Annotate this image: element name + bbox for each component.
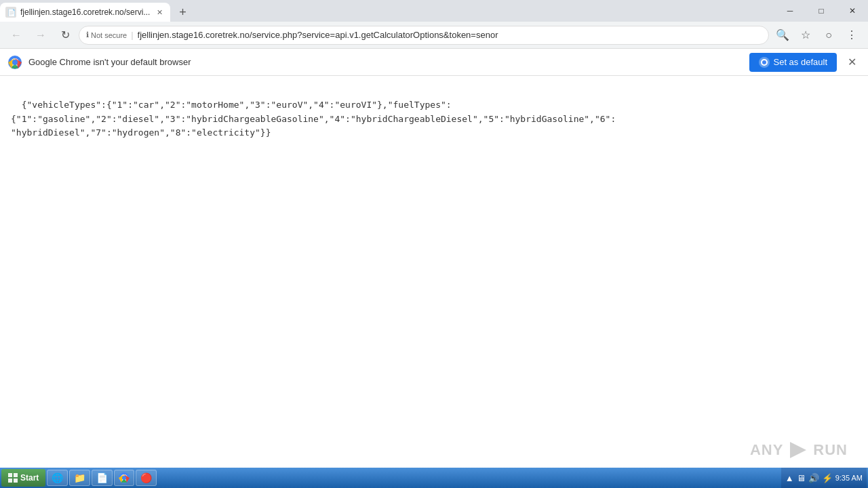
chrome-taskbar-icon [119, 472, 130, 483]
search-button[interactable]: 🔍 [772, 24, 793, 46]
taskbar-item-ie[interactable]: 🌐 [47, 470, 68, 486]
nav-icons: 🔍 ☆ ○ ⋮ [772, 24, 863, 46]
tray-battery-icon[interactable]: ⚡ [822, 473, 833, 483]
svg-point-4 [12, 60, 18, 65]
title-bar: 📄 fjellinjen.stage16.coretrek.no/servi..… [0, 0, 868, 22]
doc-icon: 📄 [96, 472, 108, 483]
security-indicator: ℹ Not secure [86, 30, 127, 39]
set-default-button[interactable]: Set as default [749, 53, 837, 72]
lock-icon: ℹ [86, 30, 89, 39]
profile-icon: ○ [825, 29, 832, 41]
watermark: ANY RUN [750, 439, 848, 461]
menu-button[interactable]: ⋮ [841, 24, 863, 46]
start-button[interactable]: Start [1, 469, 45, 487]
active-tab[interactable]: 📄 fjellinjen.stage16.coretrek.no/servi..… [0, 3, 170, 22]
back-button[interactable]: ← [5, 24, 27, 46]
watermark-text: ANY [750, 441, 783, 459]
security-label: Not secure [91, 31, 127, 39]
svg-rect-10 [14, 473, 18, 477]
watermark-play-icon [787, 439, 809, 461]
taskbar-item-doc[interactable]: 📄 [92, 470, 113, 486]
chrome-logo [8, 56, 22, 69]
new-tab-button[interactable]: + [173, 3, 192, 22]
menu-icon: ⋮ [846, 28, 857, 41]
windows-icon [8, 473, 18, 483]
set-default-chrome-icon [759, 57, 770, 68]
taskbar-item-chrome[interactable] [114, 470, 134, 486]
forward-button[interactable]: → [30, 24, 52, 46]
bookmark-icon: ☆ [801, 28, 810, 41]
svg-point-7 [762, 60, 766, 64]
svg-rect-12 [14, 479, 18, 483]
tab-close-button[interactable]: ✕ [154, 7, 165, 18]
tab-strip: 📄 fjellinjen.stage16.coretrek.no/servi..… [0, 0, 774, 22]
tab-favicon: 📄 [5, 7, 16, 18]
info-bar: Google Chrome isn't your default browser… [0, 49, 868, 76]
explorer-icon: 📁 [74, 472, 85, 483]
tab-title: fjellinjen.stage16.coretrek.no/servi... [20, 7, 150, 17]
back-icon: ← [11, 29, 22, 41]
svg-rect-11 [8, 479, 12, 483]
taskbar-item-app[interactable]: 🔴 [136, 470, 157, 486]
taskbar-item-explorer[interactable]: 📁 [69, 470, 90, 486]
window-controls: ─ □ ✕ [774, 0, 868, 22]
tray-volume-icon[interactable]: 🔊 [808, 473, 819, 483]
json-content: {"vehicleTypes":{"1":"car","2":"motorHom… [11, 100, 616, 138]
refresh-icon: ↻ [61, 28, 70, 41]
tray-network-icon[interactable]: 🖥 [797, 473, 806, 483]
nav-bar: ← → ↻ ℹ Not secure | fjellinjen.stage16.… [0, 22, 868, 49]
forward-icon: → [35, 29, 46, 41]
taskbar: Start 🌐 📁 📄 🔴 ▲ 🖥 🔊 ⚡ 9:35 AM [0, 468, 868, 488]
maximize-button[interactable]: □ [806, 0, 837, 22]
profile-button[interactable]: ○ [818, 24, 840, 46]
refresh-button[interactable]: ↻ [54, 24, 76, 46]
tray-time: 9:35 AM [835, 474, 863, 482]
infobar-close-button[interactable]: ✕ [844, 54, 860, 70]
start-label: Start [20, 473, 39, 483]
page-content: {"vehicleTypes":{"1":"car","2":"motorHom… [0, 76, 868, 148]
address-bar[interactable]: ℹ Not secure | fjellinjen.stage16.coretr… [79, 26, 769, 45]
close-button[interactable]: ✕ [837, 0, 868, 22]
set-default-label: Set as default [774, 57, 828, 67]
taskbar-tray: ▲ 🖥 🔊 ⚡ 9:35 AM [781, 468, 867, 488]
info-message: Google Chrome isn't your default browser [28, 57, 743, 67]
svg-marker-8 [790, 442, 806, 458]
tray-arrow-icon[interactable]: ▲ [785, 473, 794, 483]
app-icon: 🔴 [140, 472, 152, 483]
ie-icon: 🌐 [52, 472, 63, 483]
watermark-text2: RUN [813, 441, 848, 459]
search-icon: 🔍 [776, 28, 789, 41]
svg-point-15 [122, 476, 126, 480]
address-divider: | [131, 30, 133, 40]
svg-rect-9 [8, 473, 12, 477]
minimize-button[interactable]: ─ [774, 0, 806, 22]
bookmark-button[interactable]: ☆ [795, 24, 816, 46]
address-url: fjellinjen.stage16.coretrek.no/service.p… [138, 30, 762, 40]
svg-text:📄: 📄 [7, 8, 16, 17]
